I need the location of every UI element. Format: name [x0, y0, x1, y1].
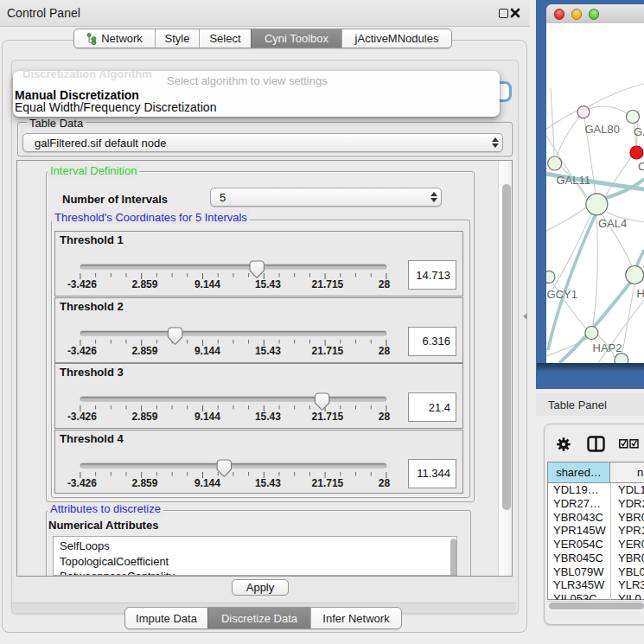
svg-text:GAL80: GAL80 [585, 123, 620, 136]
svg-text:9.144: 9.144 [194, 344, 220, 356]
svg-text:GCY1: GCY1 [547, 288, 577, 301]
svg-text:15.43: 15.43 [255, 476, 281, 488]
svg-text:28: 28 [379, 411, 391, 423]
svg-text:9.144: 9.144 [194, 411, 220, 423]
svg-text:GAL11: GAL11 [557, 174, 591, 187]
svg-text:-3.426: -3.426 [67, 344, 97, 356]
svg-text:15.43: 15.43 [255, 344, 281, 356]
svg-text:H: H [637, 287, 644, 300]
svg-text:-3.426: -3.426 [67, 278, 97, 290]
svg-text:21.715: 21.715 [312, 278, 344, 290]
svg-text:2.859: 2.859 [131, 344, 157, 356]
svg-text:2.859: 2.859 [131, 476, 157, 488]
svg-text:G.: G. [634, 125, 644, 138]
svg-text:21.715: 21.715 [312, 476, 344, 488]
svg-text:-3.426: -3.426 [67, 476, 97, 488]
svg-text:2.859: 2.859 [131, 411, 157, 423]
svg-text:21.715: 21.715 [312, 344, 344, 356]
svg-text:21.715: 21.715 [312, 411, 344, 423]
svg-text:HAP2: HAP2 [593, 341, 622, 354]
svg-text:15.43: 15.43 [255, 411, 281, 423]
svg-text:-3.426: -3.426 [67, 411, 97, 423]
svg-text:C: C [638, 160, 644, 173]
svg-text:28: 28 [379, 278, 391, 290]
svg-text:2.859: 2.859 [131, 278, 157, 290]
svg-text:9.144: 9.144 [194, 278, 220, 290]
svg-text:15.43: 15.43 [255, 278, 281, 290]
svg-text:28: 28 [379, 476, 391, 488]
svg-text:9.144: 9.144 [194, 476, 220, 488]
svg-text:GAL4: GAL4 [598, 217, 627, 230]
svg-text:28: 28 [379, 344, 391, 356]
